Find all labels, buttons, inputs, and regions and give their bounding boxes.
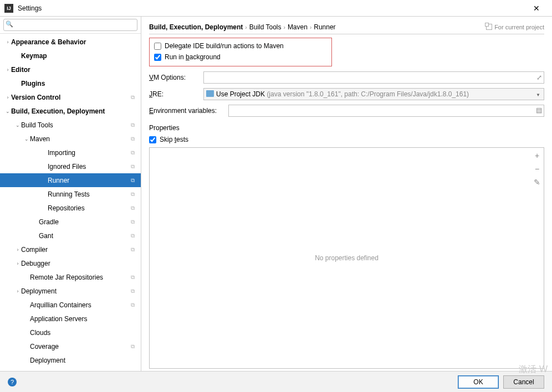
tree-item-label: Arquillian Containers (30, 301, 131, 309)
tree-item-ignored-files[interactable]: Ignored Files⧉ (0, 159, 141, 173)
project-scope-icon: ⧉ (131, 149, 137, 156)
background-label[interactable]: Run in background (165, 53, 221, 61)
tree-item-gant[interactable]: Gant⧉ (0, 229, 141, 243)
cancel-button[interactable]: Cancel (503, 375, 544, 389)
settings-tree[interactable]: ›Appearance & BehaviorKeymap›EditorPlugi… (0, 34, 141, 371)
env-vars-input[interactable] (228, 105, 544, 117)
project-scope-icon: ⧉ (131, 288, 137, 295)
dialog-footer: ? OK Cancel (0, 371, 552, 392)
skip-tests-label[interactable]: Skip tests (160, 136, 188, 143)
tree-item-editor[interactable]: ›Editor (0, 63, 141, 76)
breadcrumb-item[interactable]: Maven (288, 23, 308, 31)
tree-arrow-icon: ⌄ (14, 122, 21, 128)
properties-empty-text: No properties defined (315, 254, 379, 262)
app-icon: IJ (4, 4, 13, 13)
tree-item-importing[interactable]: Importing⧉ (0, 146, 141, 159)
jre-select[interactable]: Use Project JDK (java version "1.8.0_161… (203, 88, 544, 100)
tree-item-label: Keymap (21, 52, 137, 60)
tree-item-keymap[interactable]: Keymap (0, 49, 141, 63)
breadcrumb-item[interactable]: Runner (314, 23, 335, 31)
search-input[interactable] (3, 19, 137, 31)
tree-item-label: Build, Execution, Deployment (11, 107, 137, 115)
tree-item-label: Coverage (30, 343, 131, 350)
tree-item-build-execution-deployment[interactable]: ⌄Build, Execution, Deployment (0, 104, 141, 118)
breadcrumb: Build, Execution, Deployment›Build Tools… (149, 23, 479, 31)
tree-item-label: Version Control (11, 94, 131, 101)
breadcrumb-separator: › (310, 24, 311, 30)
breadcrumb-item[interactable]: Build, Execution, Deployment (149, 23, 243, 31)
window-title: Settings (18, 4, 525, 12)
delegate-label[interactable]: Delegate IDE build/run actions to Maven (165, 42, 284, 50)
tree-item-label: Running Tests (48, 190, 131, 198)
tree-item-label: Repositories (48, 204, 131, 212)
tree-item-gradle[interactable]: Gradle⧉ (0, 215, 141, 229)
chevron-down-icon: ▼ (536, 92, 540, 97)
tree-item-label: Build Tools (21, 121, 131, 129)
tree-item-label: Gradle (39, 218, 131, 226)
tree-item-running-tests[interactable]: Running Tests⧉ (0, 187, 141, 201)
project-scope-icon: ⧉ (131, 302, 137, 308)
highlighted-options: Delegate IDE build/run actions to Maven … (149, 38, 332, 66)
vm-options-input[interactable] (203, 71, 544, 84)
project-scope-icon: ⧉ (131, 122, 137, 128)
tree-item-arquillian-containers[interactable]: Arquillian Containers⧉ (0, 298, 141, 312)
tree-arrow-icon: › (14, 261, 21, 266)
tree-item-clouds[interactable]: Clouds (0, 326, 141, 339)
tree-item-label: Plugins (21, 80, 137, 87)
project-scope-icon: ⧉ (131, 191, 137, 198)
tree-item-debugger[interactable]: ›Debugger (0, 256, 141, 270)
tree-item-repositories[interactable]: Repositories⧉ (0, 201, 141, 215)
tree-item-compiler[interactable]: ›Compiler⧉ (0, 243, 141, 256)
project-scope-icon: ⧉ (131, 246, 137, 253)
tree-item-label: Appearance & Behavior (11, 38, 137, 46)
tree-item-label: Clouds (30, 329, 137, 337)
project-scope-icon: ⧉ (131, 136, 137, 142)
project-scope-icon: ⧉ (131, 177, 137, 184)
background-checkbox[interactable] (154, 54, 161, 61)
env-vars-label: Environment variables: (149, 107, 224, 115)
remove-property-button[interactable]: − (533, 164, 541, 173)
tree-item-application-servers[interactable]: Application Servers (0, 312, 141, 326)
tree-item-deployment[interactable]: ›Deployment⧉ (0, 284, 141, 298)
breadcrumb-item[interactable]: Build Tools (249, 23, 282, 31)
tree-item-deployment[interactable]: Deployment (0, 353, 141, 367)
tree-item-label: Compiler (21, 246, 131, 254)
project-scope-icon: ⧉ (131, 274, 137, 281)
tree-item-coverage[interactable]: Coverage⧉ (0, 339, 141, 353)
properties-box: No properties defined + − ✎ (149, 147, 544, 369)
close-button[interactable]: ✕ (525, 4, 548, 13)
folder-icon (206, 90, 214, 97)
tree-item-label: Debugger (21, 260, 137, 267)
content-panel: Build, Execution, Deployment›Build Tools… (141, 17, 552, 371)
search-icon: 🔍 (6, 20, 13, 28)
tree-item-build-tools[interactable]: ⌄Build Tools⧉ (0, 118, 141, 132)
tree-item-label: Gant (39, 232, 131, 240)
project-scope-icon: ⧉ (131, 233, 137, 239)
vm-options-label: VM Options: (149, 74, 199, 81)
jre-label: JRE: (149, 90, 199, 98)
properties-label: Properties (149, 124, 544, 132)
help-button[interactable]: ? (8, 378, 17, 386)
tree-item-label: Deployment (21, 287, 131, 295)
scope-label: For current project (486, 24, 544, 30)
tree-item-version-control[interactable]: ›Version Control⧉ (0, 90, 141, 104)
tree-arrow-icon: ⌄ (4, 109, 11, 114)
tree-item-plugins[interactable]: Plugins (0, 76, 141, 90)
add-property-button[interactable]: + (533, 151, 541, 160)
project-scope-icon: ⧉ (131, 205, 137, 212)
tree-arrow-icon: › (14, 247, 21, 252)
list-icon[interactable]: ▤ (536, 106, 542, 114)
expand-icon[interactable]: ⤢ (536, 74, 542, 81)
project-scope-icon: ⧉ (131, 163, 137, 170)
tree-item-runner[interactable]: Runner⧉ (0, 173, 141, 187)
tree-item-label: Remote Jar Repositories (30, 274, 131, 281)
tree-item-remote-jar-repositories[interactable]: Remote Jar Repositories⧉ (0, 270, 141, 284)
tree-item-appearance-behavior[interactable]: ›Appearance & Behavior (0, 35, 141, 49)
tree-item-label: Editor (11, 66, 137, 74)
tree-item-label: Importing (48, 149, 131, 157)
skip-tests-checkbox[interactable] (149, 136, 156, 143)
edit-property-button[interactable]: ✎ (533, 178, 541, 187)
tree-item-maven[interactable]: ⌄Maven⧉ (0, 132, 141, 146)
ok-button[interactable]: OK (458, 375, 499, 389)
delegate-checkbox[interactable] (154, 43, 161, 50)
